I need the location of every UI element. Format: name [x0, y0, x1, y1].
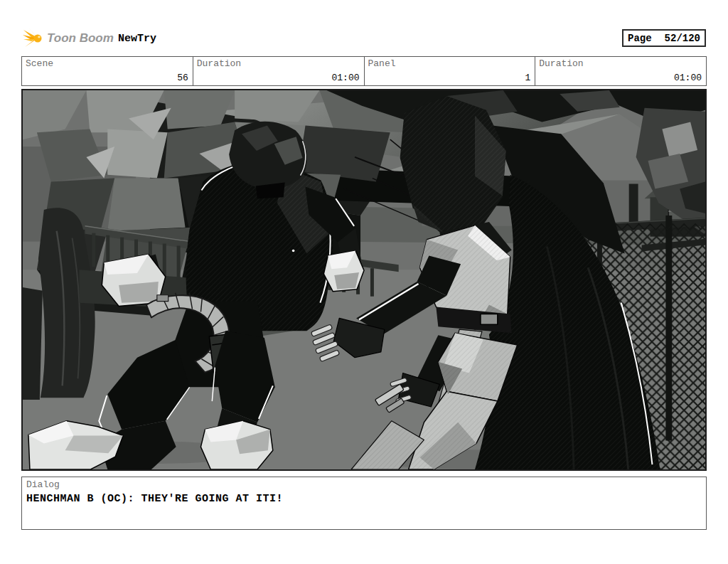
- panel-duration-value: 01:00: [674, 73, 702, 83]
- info-cell-scene-duration: Duration 01:00: [193, 57, 364, 85]
- brand-text: Toon Boom: [47, 31, 114, 46]
- panel-value: 1: [525, 73, 530, 83]
- scene-label: Scene: [26, 58, 53, 69]
- panel-duration-label: Duration: [539, 58, 583, 69]
- dialog-label: Dialog: [26, 479, 702, 491]
- scene-duration-value: 01:00: [331, 73, 359, 83]
- scene-duration-label: Duration: [197, 58, 241, 69]
- info-cell-panel: Panel 1: [364, 57, 535, 85]
- page-value: 52/120: [665, 33, 700, 44]
- scene-value: 56: [177, 73, 188, 83]
- storyboard-page: { "header": { "brand": "Toon Boom", "pro…: [0, 0, 728, 564]
- info-cell-scene: Scene 56: [22, 57, 193, 85]
- dialog-box: Dialog HENCHMAN B (OC): THEY'RE GOING AT…: [21, 477, 707, 530]
- panel-label: Panel: [368, 58, 396, 69]
- page-label: Page: [628, 33, 652, 44]
- panel-info-row: Scene 56 Duration 01:00 Panel 1 Duration…: [21, 56, 707, 86]
- dialog-text: HENCHMAN B (OC): THEY'RE GOING AT ITI!: [26, 491, 702, 506]
- storyboard-panel: [21, 89, 707, 471]
- page-header: Toon Boom NewTry Page 52/120: [0, 0, 728, 56]
- project-title: NewTry: [118, 33, 156, 45]
- info-cell-panel-duration: Duration 01:00: [535, 57, 706, 85]
- page-number-box: Page 52/120: [622, 29, 706, 47]
- storyboard-panel-artwork: [23, 90, 705, 469]
- toonboom-logo-icon: [23, 28, 44, 49]
